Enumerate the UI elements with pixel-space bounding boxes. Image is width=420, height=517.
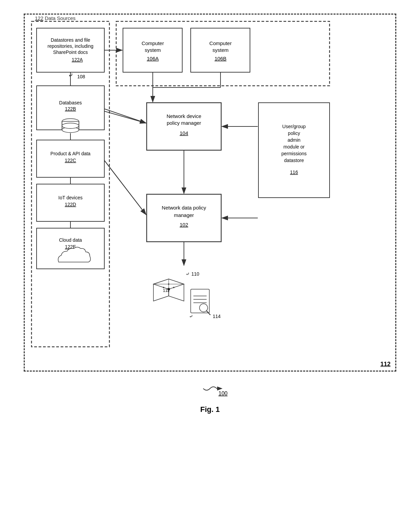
svg-text:122C: 122C bbox=[65, 158, 76, 163]
svg-marker-73 bbox=[153, 279, 184, 289]
svg-text:Databases: Databases bbox=[59, 100, 82, 105]
svg-text:⤶: ⤶ bbox=[68, 72, 73, 79]
svg-point-80 bbox=[173, 287, 174, 288]
svg-line-77 bbox=[169, 296, 184, 301]
ref-100-svg: 100 bbox=[190, 382, 230, 402]
svg-text:112: 112 bbox=[163, 288, 170, 293]
svg-rect-2 bbox=[31, 21, 109, 347]
svg-text:Datastores and file: Datastores and file bbox=[51, 37, 90, 43]
svg-point-21 bbox=[62, 123, 79, 128]
svg-text:Cloud data: Cloud data bbox=[59, 237, 82, 243]
svg-text:datastore: datastore bbox=[284, 158, 304, 163]
svg-text:122E: 122E bbox=[65, 244, 76, 250]
svg-text:User/group: User/group bbox=[282, 124, 306, 129]
svg-text:Network device: Network device bbox=[167, 113, 202, 119]
svg-text:policy: policy bbox=[288, 131, 300, 136]
fig-label-wrapper: 100 Fig. 1 bbox=[24, 382, 396, 414]
svg-text:122B: 122B bbox=[65, 106, 76, 112]
diagram-svg: 122 Data Sources Datastores and file rep… bbox=[25, 15, 395, 371]
svg-rect-31 bbox=[37, 228, 104, 269]
svg-text:108: 108 bbox=[77, 74, 85, 79]
svg-point-16 bbox=[62, 119, 79, 124]
svg-text:116: 116 bbox=[290, 170, 298, 175]
svg-rect-42 bbox=[147, 103, 221, 150]
svg-point-89 bbox=[200, 304, 208, 312]
svg-text:102: 102 bbox=[180, 222, 188, 227]
svg-rect-23 bbox=[37, 140, 104, 177]
svg-text:122A: 122A bbox=[72, 57, 83, 62]
svg-text:repositories, including: repositories, including bbox=[47, 43, 93, 49]
svg-text:106B: 106B bbox=[214, 56, 226, 61]
svg-rect-17 bbox=[62, 121, 79, 130]
outer-border: 112 122 Data Sources bbox=[24, 14, 396, 372]
ref-100-label: 100 bbox=[218, 391, 228, 396]
svg-text:Network data policy: Network data policy bbox=[162, 205, 206, 211]
svg-text:Computer: Computer bbox=[142, 40, 164, 46]
svg-text:104: 104 bbox=[180, 130, 188, 136]
svg-line-63 bbox=[104, 111, 146, 123]
svg-text:manager: manager bbox=[174, 212, 194, 218]
svg-line-90 bbox=[206, 311, 210, 315]
svg-text:⤶: ⤶ bbox=[189, 314, 193, 319]
svg-text:106A: 106A bbox=[147, 56, 159, 61]
svg-marker-72 bbox=[153, 279, 169, 301]
svg-text:Computer: Computer bbox=[209, 40, 232, 46]
svg-text:system: system bbox=[145, 47, 161, 53]
svg-text:permissions: permissions bbox=[281, 151, 307, 156]
svg-point-81 bbox=[168, 283, 169, 285]
svg-text:110: 110 bbox=[191, 271, 200, 277]
diagram-wrapper: 112 122 Data Sources bbox=[24, 14, 396, 414]
fig-label: Fig. 1 bbox=[24, 405, 396, 414]
svg-point-20 bbox=[62, 127, 79, 133]
svg-rect-46 bbox=[147, 194, 221, 242]
svg-rect-85 bbox=[191, 289, 209, 313]
svg-text:122D: 122D bbox=[65, 202, 76, 207]
svg-rect-27 bbox=[37, 184, 104, 221]
svg-text:IoT devices: IoT devices bbox=[58, 195, 82, 200]
svg-text:Product & API data: Product & API data bbox=[50, 151, 91, 156]
svg-text:policy manager: policy manager bbox=[167, 120, 201, 126]
svg-rect-34 bbox=[123, 28, 182, 72]
svg-marker-71 bbox=[169, 279, 184, 301]
svg-text:module or: module or bbox=[284, 144, 305, 150]
svg-rect-50 bbox=[258, 103, 330, 198]
svg-rect-5 bbox=[37, 28, 104, 72]
svg-line-64 bbox=[104, 160, 146, 215]
svg-point-79 bbox=[163, 287, 164, 288]
svg-text:114: 114 bbox=[213, 314, 221, 319]
svg-text:122
           Data Sources: 122 Data Sources bbox=[35, 15, 76, 21]
svg-text:SharePoint docs: SharePoint docs bbox=[53, 49, 88, 55]
svg-line-70 bbox=[104, 160, 146, 215]
svg-text:admin: admin bbox=[288, 137, 300, 143]
svg-line-76 bbox=[153, 296, 169, 301]
svg-text:⤶: ⤶ bbox=[186, 271, 190, 277]
svg-rect-38 bbox=[191, 28, 250, 72]
svg-rect-13 bbox=[37, 86, 104, 130]
svg-line-69 bbox=[104, 109, 146, 123]
svg-text:system: system bbox=[212, 47, 229, 53]
svg-rect-4 bbox=[116, 21, 330, 86]
main-area: 122 Data Sources Datastores and file rep… bbox=[25, 15, 395, 371]
svg-point-78 bbox=[167, 288, 170, 291]
